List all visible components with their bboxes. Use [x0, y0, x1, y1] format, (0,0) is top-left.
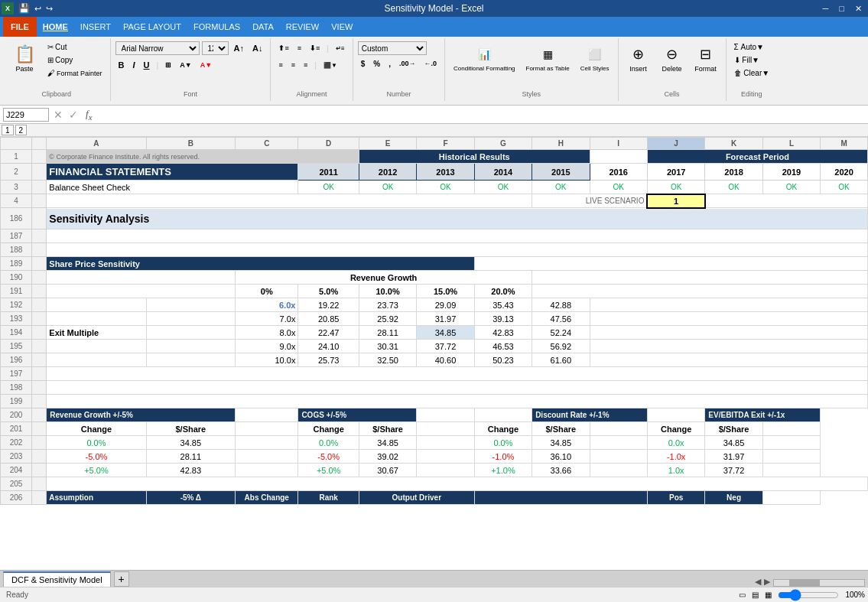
- align-right-btn[interactable]: ≡: [301, 58, 310, 72]
- cell-sensitivity-title[interactable]: Sensitivity Analysis: [47, 208, 868, 229]
- outline-btn-1[interactable]: 1: [2, 125, 14, 135]
- font-size-select[interactable]: 12: [202, 41, 229, 55]
- cell-192-f[interactable]: 29.09: [417, 298, 474, 312]
- paste-button[interactable]: 📋 Paste: [8, 41, 41, 75]
- cell-balance-check[interactable]: Balance Sheet Check: [47, 181, 298, 194]
- increase-font-btn[interactable]: A↑: [231, 41, 247, 55]
- cell-neg[interactable]: Neg: [705, 491, 762, 505]
- align-mid-btn[interactable]: ≡: [294, 41, 304, 55]
- cell-pct-5[interactable]: 5.0%: [298, 285, 359, 298]
- cell-styles-btn[interactable]: ⬜ Cell Styles: [577, 41, 613, 74]
- row-num-188[interactable]: 188: [1, 243, 32, 257]
- cell-8x[interactable]: 8.0x: [236, 326, 298, 340]
- cell-192-e[interactable]: 23.73: [359, 298, 416, 312]
- cell-rev-growth-box[interactable]: Revenue Growth +/-5%: [47, 408, 236, 422]
- cell-change-h3[interactable]: Change: [474, 422, 532, 436]
- row-num-198[interactable]: 198: [1, 381, 32, 395]
- cell-share-h4[interactable]: $/Share: [705, 422, 762, 436]
- fill-btn[interactable]: ⬇ Fill▼: [731, 54, 773, 66]
- cell-196-h[interactable]: 61.60: [532, 353, 590, 367]
- cell-194-d[interactable]: 22.47: [298, 326, 359, 340]
- cell-10x[interactable]: 10.0x: [236, 353, 298, 367]
- cell-204-share3[interactable]: 33.66: [532, 464, 590, 477]
- menu-formulas[interactable]: FORMULAS: [187, 17, 246, 37]
- border-btn[interactable]: ⊞: [162, 58, 174, 72]
- cell-193-h[interactable]: 47.56: [532, 312, 590, 326]
- row-num-3[interactable]: 3: [1, 181, 32, 194]
- formula-input[interactable]: [98, 110, 865, 119]
- cell-ok-2011[interactable]: OK: [298, 181, 359, 194]
- cell-ok-2019[interactable]: OK: [762, 181, 820, 194]
- row-num-199[interactable]: 199: [1, 395, 32, 408]
- percent-btn[interactable]: %: [370, 57, 383, 70]
- cell-cogs-box[interactable]: COGS +/-5%: [298, 408, 417, 422]
- delete-btn[interactable]: ⊖ Delete: [657, 41, 688, 75]
- cell-202-change4[interactable]: 0.0x: [647, 436, 704, 450]
- insert-btn[interactable]: ⊕ Insert: [623, 41, 654, 75]
- cell-195-d[interactable]: 24.10: [298, 340, 359, 353]
- menu-page-layout[interactable]: PAGE LAYOUT: [117, 17, 187, 37]
- align-top-btn[interactable]: ⬆≡: [275, 41, 291, 55]
- cell-193-g[interactable]: 39.13: [474, 312, 532, 326]
- cell-196-f[interactable]: 40.60: [417, 353, 474, 367]
- cell-share-price-header[interactable]: Share Price Sensitivity: [47, 257, 474, 271]
- row-num-196[interactable]: 196: [1, 353, 32, 367]
- cell-203-share1[interactable]: 28.11: [146, 450, 236, 464]
- cell-exit-multiple[interactable]: Exit Multiple: [47, 326, 146, 340]
- cell-196-d[interactable]: 25.73: [298, 353, 359, 367]
- maximize-btn[interactable]: □: [834, 4, 849, 14]
- cell-2011[interactable]: 2011: [298, 164, 359, 181]
- cell-pct-15[interactable]: 15.0%: [417, 285, 474, 298]
- col-header-C[interactable]: C: [236, 138, 298, 150]
- currency-btn[interactable]: $: [358, 57, 369, 70]
- cell-195-h[interactable]: 56.92: [532, 340, 590, 353]
- align-center-btn[interactable]: ≡: [288, 58, 298, 72]
- col-header-B[interactable]: B: [146, 138, 236, 150]
- col-header-K[interactable]: K: [705, 138, 762, 150]
- col-header-M[interactable]: M: [821, 138, 868, 150]
- cell-202-share3[interactable]: 34.85: [532, 436, 590, 450]
- cell-ok-2013[interactable]: OK: [417, 181, 474, 194]
- row-num-193[interactable]: 193: [1, 312, 32, 326]
- menu-review[interactable]: REVIEW: [280, 17, 325, 37]
- redo-icon[interactable]: ↪: [46, 4, 53, 14]
- cell-204-share4[interactable]: 37.72: [705, 464, 762, 477]
- cell-change-h1[interactable]: Change: [47, 422, 146, 436]
- number-format-select[interactable]: Custom: [358, 41, 427, 55]
- cell-193-d[interactable]: 20.85: [298, 312, 359, 326]
- cell-194-f[interactable]: 34.85: [417, 326, 474, 340]
- row-num-201[interactable]: 201: [1, 422, 32, 436]
- cell-ok-2015[interactable]: OK: [532, 181, 590, 194]
- col-header-J[interactable]: J: [647, 138, 704, 150]
- cell-194-g[interactable]: 42.83: [474, 326, 532, 340]
- cell-203-change4[interactable]: -1.0x: [647, 450, 704, 464]
- bold-btn[interactable]: B: [115, 58, 128, 72]
- cell-204-change4[interactable]: 1.0x: [647, 464, 704, 477]
- cell-194-e[interactable]: 28.11: [359, 326, 416, 340]
- col-header-E[interactable]: E: [359, 138, 416, 150]
- cell-204-change1[interactable]: +5.0%: [47, 464, 146, 477]
- cell-ok-2017[interactable]: OK: [647, 181, 704, 194]
- row-num-189[interactable]: 189: [1, 257, 32, 271]
- cell-reference-box[interactable]: J229: [3, 108, 49, 122]
- col-header-A[interactable]: A: [47, 138, 146, 150]
- merge-center-btn[interactable]: ⬛▼: [320, 58, 340, 72]
- col-header-L[interactable]: L: [762, 138, 820, 150]
- copy-button[interactable]: ⊞ Copy: [44, 54, 106, 66]
- cell-203-share2[interactable]: 39.02: [359, 450, 416, 464]
- col-header-I[interactable]: I: [590, 138, 647, 150]
- cell-202-share2[interactable]: 34.85: [359, 436, 416, 450]
- cell-ok-2016[interactable]: OK: [590, 181, 647, 194]
- align-left-btn[interactable]: ≡: [275, 58, 285, 72]
- minimize-btn[interactable]: ─: [818, 4, 834, 14]
- cell-196-g[interactable]: 50.23: [474, 353, 532, 367]
- row-num-190[interactable]: 190: [1, 271, 32, 285]
- wrap-text-btn[interactable]: ↵≡: [333, 41, 348, 55]
- cell-7x[interactable]: 7.0x: [236, 312, 298, 326]
- menu-insert[interactable]: INSERT: [74, 17, 117, 37]
- cell-204-change2[interactable]: +5.0%: [298, 464, 359, 477]
- cell-194-h[interactable]: 52.24: [532, 326, 590, 340]
- format-painter-button[interactable]: 🖌 Format Painter: [44, 67, 106, 79]
- autosum-btn[interactable]: Σ Auto▼: [731, 41, 773, 53]
- save-icon[interactable]: 💾: [18, 3, 30, 14]
